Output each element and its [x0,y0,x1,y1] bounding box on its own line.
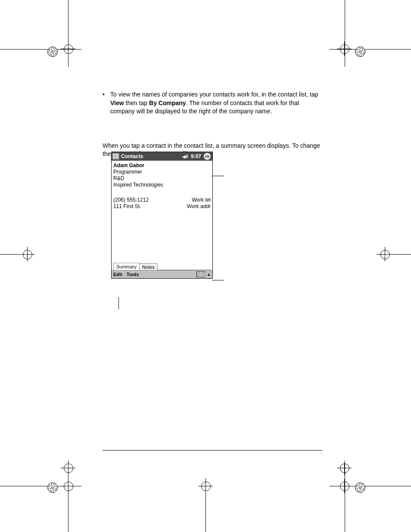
corner-dial-icon [355,482,365,493]
registration-mark-icon [339,480,350,492]
page-text: • To view the names of companies your co… [103,90,322,159]
menu-tools[interactable]: Tools [127,272,139,277]
device-titlebar: Contacts ◀€ 9:07 ok [112,152,212,161]
registration-mark-icon [339,43,350,54]
detail-value: 111 First St. [113,203,141,209]
callout-line [118,297,119,309]
corner-dial-icon [47,482,58,493]
corner-dial-icon [355,47,365,57]
detail-label: Work tel [192,197,211,203]
registration-mark-icon [200,480,211,492]
clock-time: 9:07 [191,153,201,159]
callout-line [212,280,224,280]
trim-line [345,0,345,67]
device-body: Adam Gabor Programmer R&D Inspired Techn… [112,161,212,270]
svg-rect-1 [113,154,115,156]
trim-line [68,0,68,67]
corner-dial-icon [47,47,58,57]
menu-edit[interactable]: Edit [113,272,122,277]
registration-mark-icon [22,249,33,260]
svg-rect-2 [116,154,118,156]
registration-mark-icon [379,249,390,260]
detail-label: Work addr [187,203,211,209]
tab-summary[interactable]: Summary [113,263,140,270]
bullet-item: • To view the names of companies your co… [103,90,322,116]
speaker-icon[interactable]: ◀€ [182,154,188,159]
tabs-row: Summary Notes [113,261,211,270]
registration-mark-icon [339,462,350,473]
start-flag-icon[interactable] [112,153,119,160]
svg-rect-3 [113,156,115,159]
text: To view the names of companies your cont… [110,91,318,98]
device-footer: Edit Tools ▲ [112,270,212,278]
ok-button[interactable]: ok [204,153,211,160]
contact-name: Adam Gabor [113,162,211,168]
footer-rule [103,450,322,451]
keyboard-icon[interactable] [196,271,205,277]
detail-row: 111 First St. Work addr [113,203,211,209]
text: then tap [124,100,149,106]
bullet-text: To view the names of companies your cont… [110,90,322,116]
svg-rect-4 [116,156,118,159]
trim-line [345,463,345,532]
tab-notes[interactable]: Notes [139,263,158,270]
detail-value: (206) 555-1212 [113,197,149,203]
registration-mark-icon [62,480,74,492]
contact-role: Programmer [113,169,211,175]
contact-company: Inspired Technologies [113,182,211,188]
registration-mark-icon [62,462,74,473]
sip-arrow-icon[interactable]: ▲ [207,272,211,277]
spacer [113,188,211,196]
spacer [113,209,211,261]
registration-mark-icon [62,43,74,54]
bullet-dot: • [103,90,110,116]
callout-line [212,176,224,176]
text-bold: By Company [149,100,186,106]
detail-row: (206) 555-1212 Work tel [113,197,211,203]
contact-dept: R&D [113,175,211,181]
device-screenshot: Contacts ◀€ 9:07 ok Adam Gabor Programme… [111,152,213,279]
app-title: Contacts [121,153,182,159]
text-bold: View [110,100,124,106]
